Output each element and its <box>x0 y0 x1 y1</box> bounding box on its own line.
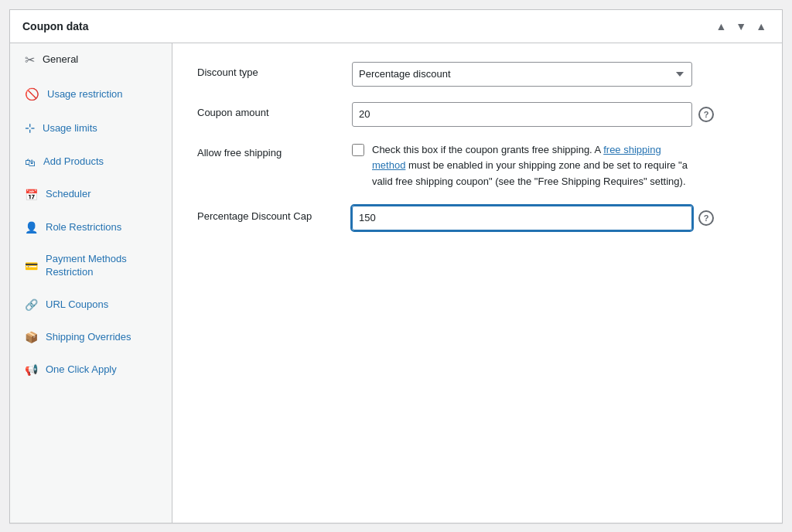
scroll-down-button[interactable]: ▼ <box>732 19 749 33</box>
panel-header: Coupon data ▲ ▼ ▲ <box>10 10 782 43</box>
coupon-amount-input[interactable] <box>352 102 692 127</box>
sidebar-item-scheduler[interactable]: 📅 Scheduler <box>10 179 172 211</box>
sidebar-item-url-coupons[interactable]: 🔗 URL Coupons <box>10 288 172 321</box>
discount-cap-field: ? <box>352 206 757 230</box>
discount-cap-label: Percentage Discount Cap <box>197 206 352 222</box>
discount-type-select[interactable]: Percentage discount Fixed cart discount … <box>352 62 692 87</box>
discount-cap-help-icon[interactable]: ? <box>698 210 714 226</box>
limits-icon: ⊹ <box>25 121 35 137</box>
free-shipping-desc-after: must be enabled in your shipping zone an… <box>372 159 688 187</box>
panel-body: ✂ General 🚫 Usage restriction ⊹ Usage li… <box>10 43 782 523</box>
sidebar-item-add-products[interactable]: 🛍 Add Products <box>10 146 172 179</box>
shipping-icon: 📦 <box>25 330 38 344</box>
sidebar-item-label: Add Products <box>43 155 104 169</box>
panel-title: Coupon data <box>22 20 89 32</box>
sidebar-item-payment-methods[interactable]: 💳 Payment Methods Restriction <box>10 244 172 288</box>
sidebar: ✂ General 🚫 Usage restriction ⊹ Usage li… <box>10 43 172 523</box>
free-shipping-row: Allow free shipping Check this box if th… <box>197 142 757 190</box>
sidebar-item-label: Role Restrictions <box>46 221 121 234</box>
coupon-amount-field: ? <box>352 102 757 127</box>
restriction-icon: 🚫 <box>25 87 39 102</box>
sidebar-item-usage-limits[interactable]: ⊹ Usage limits <box>10 111 172 146</box>
discount-type-row: Discount type Percentage discount Fixed … <box>197 62 757 87</box>
coupon-amount-help-icon[interactable]: ? <box>698 107 714 122</box>
calendar-icon: 📅 <box>25 188 38 202</box>
bag-icon: 🛍 <box>25 155 36 169</box>
creditcard-icon: 💳 <box>25 259 38 273</box>
free-shipping-checkbox[interactable] <box>352 144 364 156</box>
free-shipping-description: Check this box if the coupon grants free… <box>372 142 697 190</box>
sidebar-item-label: URL Coupons <box>46 298 108 312</box>
free-shipping-field: Check this box if the coupon grants free… <box>352 142 757 190</box>
sidebar-item-label: Scheduler <box>46 188 91 201</box>
collapse-button[interactable]: ▲ <box>753 19 770 33</box>
megaphone-icon: 📢 <box>25 363 38 377</box>
free-shipping-desc-before: Check this box if the coupon grants free… <box>372 144 603 155</box>
scroll-up-button[interactable]: ▲ <box>712 19 729 33</box>
sidebar-item-label: Usage restriction <box>47 88 123 101</box>
sidebar-item-general[interactable]: ✂ General <box>10 43 172 78</box>
discount-type-field: Percentage discount Fixed cart discount … <box>352 62 757 87</box>
sidebar-item-role-restrictions[interactable]: 👤 Role Restrictions <box>10 211 172 244</box>
coupon-panel: Coupon data ▲ ▼ ▲ ✂ General 🚫 Usage rest… <box>9 9 783 523</box>
sidebar-item-one-click-apply[interactable]: 📢 One Click Apply <box>10 353 172 386</box>
discount-cap-input[interactable] <box>352 206 692 230</box>
sidebar-item-shipping-overrides[interactable]: 📦 Shipping Overrides <box>10 321 172 353</box>
main-content: Discount type Percentage discount Fixed … <box>172 43 782 523</box>
coupon-amount-label: Coupon amount <box>197 102 352 118</box>
header-controls: ▲ ▼ ▲ <box>712 19 770 33</box>
coupon-amount-row: Coupon amount ? <box>197 102 757 127</box>
sidebar-item-label: General <box>43 53 78 66</box>
free-shipping-checkbox-row: Check this box if the coupon grants free… <box>352 142 697 190</box>
free-shipping-label: Allow free shipping <box>197 142 352 159</box>
discount-type-label: Discount type <box>197 62 352 78</box>
link-icon: 🔗 <box>25 298 38 312</box>
discount-cap-row: Percentage Discount Cap ? <box>197 206 757 230</box>
user-icon: 👤 <box>25 220 38 234</box>
sidebar-item-label: Usage limits <box>43 122 97 135</box>
sidebar-item-usage-restriction[interactable]: 🚫 Usage restriction <box>10 77 172 111</box>
scissors-icon: ✂ <box>25 53 35 69</box>
sidebar-item-label: Shipping Overrides <box>46 331 131 344</box>
sidebar-item-label: One Click Apply <box>46 363 117 377</box>
sidebar-item-label: Payment Methods Restriction <box>46 253 159 279</box>
